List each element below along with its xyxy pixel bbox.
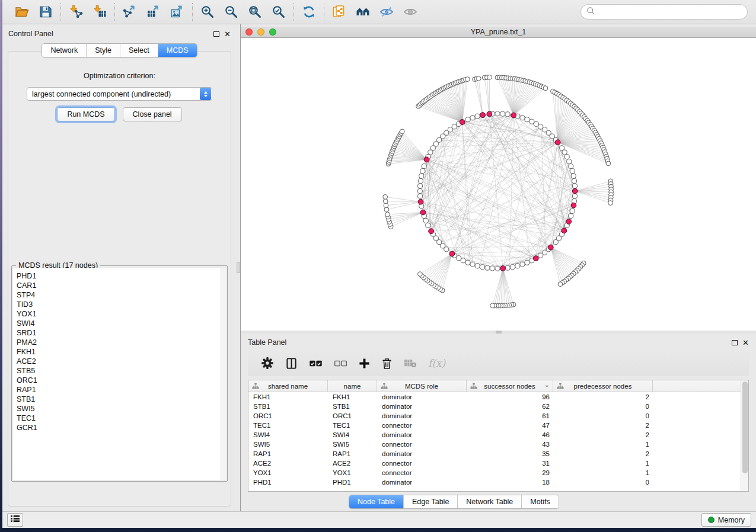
table-panel-title: Table Panel: [248, 338, 286, 347]
tab-select[interactable]: Select: [120, 44, 158, 57]
mcds-node-item[interactable]: STB1: [13, 395, 226, 404]
tab-network[interactable]: Network: [42, 44, 86, 57]
list-icon: [10, 514, 20, 525]
table-row[interactable]: RAP1RAP1dominator352: [248, 449, 748, 459]
mcds-node-item[interactable]: CAR1: [13, 281, 226, 290]
close-panel-button[interactable]: Close panel: [123, 107, 182, 121]
network-hscroll-thumb[interactable]: [496, 331, 502, 334]
run-mcds-button[interactable]: Run MCDS: [57, 107, 114, 121]
zoom-fit-icon[interactable]: [247, 4, 263, 20]
table-cell: dominator: [377, 412, 467, 419]
save-icon[interactable]: [38, 4, 53, 20]
mcds-node-item[interactable]: FKH1: [13, 347, 226, 357]
mcds-node-item[interactable]: TID3: [13, 300, 226, 309]
column-header-name[interactable]: name: [328, 380, 377, 392]
table-cell: dominator: [377, 431, 467, 438]
column-header-shared-name[interactable]: shared name: [248, 380, 328, 392]
search-box[interactable]: [580, 4, 748, 20]
import-network-icon[interactable]: [68, 4, 84, 20]
mcds-node-item[interactable]: SRD1: [13, 328, 226, 338]
eye-slash-icon[interactable]: [379, 4, 394, 20]
share-document-icon[interactable]: [331, 4, 347, 20]
tab-style[interactable]: Style: [86, 44, 120, 57]
table-cell: RAP1: [248, 450, 328, 457]
network-canvas[interactable]: [241, 38, 756, 331]
mcds-node-item[interactable]: PHD1: [13, 271, 226, 281]
table-cell: 1: [553, 441, 653, 448]
trash-icon[interactable]: [381, 357, 393, 370]
tab-node-table[interactable]: Node Table: [349, 495, 403, 508]
close-panel-icon[interactable]: ✕: [224, 30, 231, 38]
task-history-button[interactable]: [7, 513, 23, 527]
houses-icon[interactable]: [355, 4, 371, 20]
mcds-node-item[interactable]: STP4: [13, 290, 226, 300]
table-cell: 35: [467, 450, 553, 457]
column-header-predecessor-nodes[interactable]: predecessor nodes: [553, 380, 653, 392]
deselect-all-icon[interactable]: [334, 360, 347, 367]
table-row[interactable]: PHD1PHD1dominator180: [248, 477, 748, 487]
network-bottom-scrollbar[interactable]: [241, 331, 756, 334]
column-header-successor-nodes[interactable]: successor nodes⌄: [467, 380, 553, 392]
mcds-node-item[interactable]: RAP1: [13, 385, 226, 395]
table-row[interactable]: TEC1TEC1connector472: [248, 421, 748, 430]
network-graph[interactable]: [241, 38, 756, 331]
mcds-node-item[interactable]: SWI5: [13, 404, 226, 414]
zoom-selected-icon[interactable]: [271, 4, 286, 20]
hierarchy-icon: [381, 383, 388, 390]
zoom-in-icon[interactable]: [200, 4, 215, 20]
table-row[interactable]: SWI5SWI5connector431: [248, 440, 748, 449]
table-cell: connector: [377, 422, 467, 429]
table-cell: 0: [553, 412, 653, 419]
refresh-icon[interactable]: [301, 4, 317, 20]
zoom-out-icon[interactable]: [224, 4, 239, 20]
table-row[interactable]: ACE2ACE2connector311: [248, 459, 748, 468]
table-row[interactable]: ORC1ORC1dominator610: [248, 411, 748, 421]
tab-edge-table[interactable]: Edge Table: [403, 495, 457, 508]
select-all-icon[interactable]: [309, 360, 323, 367]
table-row[interactable]: FKH1FKH1dominator962: [248, 392, 748, 402]
close-table-panel-icon[interactable]: ✕: [742, 339, 749, 347]
import-table-icon[interactable]: [92, 4, 107, 20]
tab-mcds[interactable]: MCDS: [158, 44, 197, 57]
mcds-node-item[interactable]: GCR1: [13, 423, 226, 432]
table-cell: 62: [467, 403, 553, 410]
mcds-node-item[interactable]: SWI4: [13, 319, 226, 328]
table-row[interactable]: SWI4SWI4dominator462: [248, 430, 748, 440]
column-header-MCDS-role[interactable]: MCDS role: [377, 380, 467, 392]
table-scrollbar[interactable]: [741, 380, 748, 491]
table-tabs: Node TableEdge TableNetwork TableMotifs: [241, 492, 756, 512]
search-input[interactable]: [598, 8, 742, 16]
tab-network-table[interactable]: Network Table: [457, 495, 521, 508]
export-image-icon[interactable]: [170, 4, 185, 20]
panel-splitter[interactable]: [237, 24, 241, 511]
mcds-node-item[interactable]: ORC1: [13, 376, 226, 385]
table-cell: PHD1: [248, 479, 328, 486]
float-panel-icon[interactable]: [213, 31, 219, 37]
tab-motifs[interactable]: Motifs: [521, 495, 558, 508]
node-table: shared namenameMCDS rolesuccessor nodes⌄…: [248, 380, 749, 492]
mcds-node-item[interactable]: YOX1: [13, 309, 226, 319]
column-label: shared name: [268, 383, 308, 390]
mcds-node-item[interactable]: ACE2: [13, 357, 226, 366]
gear-icon[interactable]: [261, 357, 274, 370]
table-row[interactable]: YOX1YOX1connector291: [248, 468, 748, 477]
mcds-node-item[interactable]: PMA2: [13, 338, 226, 347]
mcds-result-list[interactable]: PHD1CAR1STP4TID3YOX1SWI4SRD1PMA2FKH1ACE2…: [13, 268, 226, 480]
mcds-node-item[interactable]: TEC1: [13, 414, 226, 423]
memory-button[interactable]: Memory: [701, 513, 751, 527]
optimization-criterion-dropdown[interactable]: largest connected component (undirected): [27, 87, 212, 101]
splitter-handle[interactable]: [237, 262, 240, 273]
table-row[interactable]: STB1STB1dominator620: [248, 402, 748, 411]
export-network-icon[interactable]: [122, 4, 138, 20]
columns-icon[interactable]: [285, 357, 298, 370]
table-scrollbar-thumb[interactable]: [742, 382, 748, 473]
export-table-icon[interactable]: [146, 4, 161, 20]
float-table-panel-icon[interactable]: [732, 340, 738, 345]
add-icon[interactable]: [359, 358, 370, 369]
open-folder-icon[interactable]: [14, 4, 30, 20]
eye-disabled-icon: [403, 4, 418, 20]
network-window-titlebar[interactable]: YPA_prune.txt_1: [241, 27, 756, 38]
sort-descending-icon[interactable]: ⌄: [544, 381, 550, 389]
mcds-node-item[interactable]: STB5: [13, 366, 226, 376]
result-list-scrollbar[interactable]: [221, 268, 226, 480]
